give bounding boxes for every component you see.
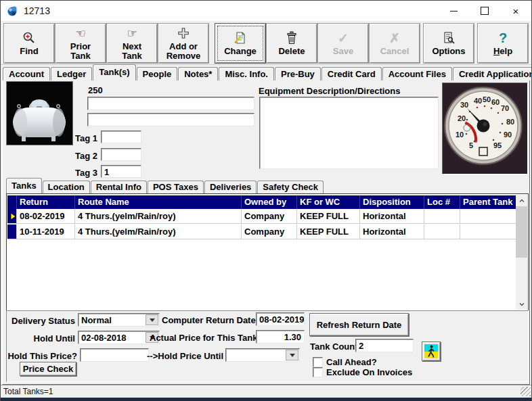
plus-icon [177,26,190,41]
dropdown-arrow-icon[interactable] [286,350,298,360]
tag1-field[interactable] [101,131,141,143]
find-button[interactable]: Find [3,23,55,64]
tab-account-files[interactable]: Account Files [382,67,452,80]
gauge-dial: 5 10 20 30 40 50 60 70 80 90 95 [443,83,526,172]
header-parent-tank[interactable]: Parent Tank [460,195,516,209]
prior-tank-button[interactable]: ☜ Prior Tank [55,23,106,64]
svg-text:20: 20 [458,114,466,122]
exclude-invoices-label: Exclude On Invoices [326,367,412,377]
options-button[interactable]: Options [423,23,474,64]
svg-text:95: 95 [493,141,502,149]
add-or-remove-button[interactable]: Add or Remove [158,23,209,64]
tag3-label: Tag 3 [47,168,97,178]
tab-misc-info[interactable]: Misc. Info. [219,67,274,80]
hold-until-dropdown[interactable]: 02-08-2018 [78,331,160,344]
tab-credit-card[interactable]: Credit Card [322,67,382,80]
computer-return-date-field[interactable]: 08-02-2019 [256,312,305,326]
options-list-icon [443,30,455,45]
change-button[interactable]: Change [215,23,266,64]
subtab-deliveries[interactable]: Deliveries [204,181,257,193]
tank-count-label: Tank Count [310,341,358,352]
svg-text:70: 70 [501,104,509,112]
tank-count-field[interactable]: 2 [355,339,414,352]
subtab-location[interactable]: Location [43,181,90,193]
tag2-label: Tag 2 [47,151,97,161]
maximize-button[interactable] [469,1,500,21]
delete-button[interactable]: Delete [266,23,317,64]
subtab-pos-taxes[interactable]: POS Taxes [148,181,204,193]
window-controls: × [438,1,531,21]
tab-pre-buy[interactable]: Pre-Buy [275,67,321,80]
subtab-tanks[interactable]: Tanks [6,178,42,193]
window-title: 12713 [24,5,50,16]
route-walk-button[interactable] [422,341,441,361]
hold-price-until-dropdown[interactable] [225,348,300,362]
help-button[interactable]: ? Help [477,23,529,64]
tab-people[interactable]: People [137,67,178,80]
actual-price-label: Actual Price for This Tank [150,333,252,343]
tab-credit-application[interactable]: Credit Application [453,67,532,80]
hand-left-icon: ☜ [75,26,85,41]
equipment-textarea[interactable] [259,97,439,169]
main-tab-strip: Account Ledger Tank(s) People Notes* Mis… [3,65,532,80]
save-button: ✓ Save [317,23,369,64]
tab-notes[interactable]: Notes* [178,67,218,80]
minimize-icon [450,11,458,11]
header-return[interactable]: Return [17,195,75,209]
table-scrollbar[interactable] [516,195,527,310]
tab-account[interactable]: Account [3,67,50,80]
cancel-button: ✗ Cancel [369,23,420,64]
minimize-button[interactable] [438,1,469,21]
tag2-field[interactable] [101,148,141,161]
next-tank-button[interactable]: ☞ Next Tank [106,23,158,64]
scroll-thumb[interactable] [516,206,527,258]
hand-right-icon: ☞ [127,26,137,41]
refresh-return-date-button[interactable]: Refresh Return Date [309,313,409,336]
exclude-invoices-checkbox[interactable] [313,367,323,377]
edit-document-icon [234,30,247,45]
status-bar: Total Tanks=1 [1,385,531,398]
dropdown-arrow-icon[interactable] [146,314,158,325]
status-text: Total Tanks=1 [3,387,53,396]
subtab-safety-check[interactable]: Safety Check [257,181,324,193]
toolbar: Find ☜ Prior Tank ☞ Next Tank Add or Rem… [1,21,531,65]
table-header: Return Route Name Owned by KF or WC Disp… [7,195,516,209]
svg-text:30: 30 [460,101,468,109]
header-disposition[interactable]: Disposition [360,195,424,209]
walking-person-icon [424,344,438,358]
hold-this-price-field[interactable] [80,348,149,362]
scroll-track[interactable] [516,206,527,298]
tab-ledger[interactable]: Ledger [51,67,92,80]
trash-icon [286,30,298,45]
tank-desc-field-2[interactable] [87,113,254,126]
delivery-status-dropdown[interactable]: Normal [78,313,160,327]
app-icon [7,5,18,17]
header-owned-by[interactable]: Owned by [242,195,297,209]
tag3-field[interactable]: 1 [101,165,141,178]
maximize-icon [481,7,489,15]
resize-grip[interactable] [520,387,531,396]
header-kf-or-wc[interactable]: KF or WC [297,195,360,209]
header-loc[interactable]: Loc # [424,195,460,209]
taskbar-edge [1,398,531,401]
table-row[interactable]: 08-02-2019 4 Thurs.(yelm/Rain/roy) Compa… [7,209,516,224]
call-ahead-checkbox[interactable] [313,357,323,367]
close-button[interactable]: × [500,1,531,21]
table-row[interactable]: 10-11-2019 4 Thurs.(yelm/Rain/roy) Compa… [7,225,516,239]
tag1-label: Tag 1 [47,133,97,143]
gauge-photo: 5 10 20 30 40 50 60 70 80 90 95 [442,82,528,174]
hold-price-until-label: -->Hold Price Until [147,351,223,361]
tab-tanks[interactable]: Tank(s) [93,64,135,80]
actual-price-field[interactable]: 1.30 [256,330,305,344]
scroll-down-button[interactable] [516,298,527,310]
tank-table: Return Route Name Owned by KF or WC Disp… [6,193,529,311]
scroll-up-button[interactable] [516,195,527,206]
delivery-status-label: Delivery Status [6,316,75,326]
tank-desc-field-1[interactable] [87,97,254,110]
price-check-button[interactable]: Price Check [20,362,76,376]
subtab-rental-info[interactable]: Rental Info [91,181,147,193]
svg-text:10: 10 [456,131,464,139]
header-route-name[interactable]: Route Name [75,195,242,209]
computer-return-date-label: Computer Return Date [162,315,252,325]
svg-text:60: 60 [491,98,500,106]
